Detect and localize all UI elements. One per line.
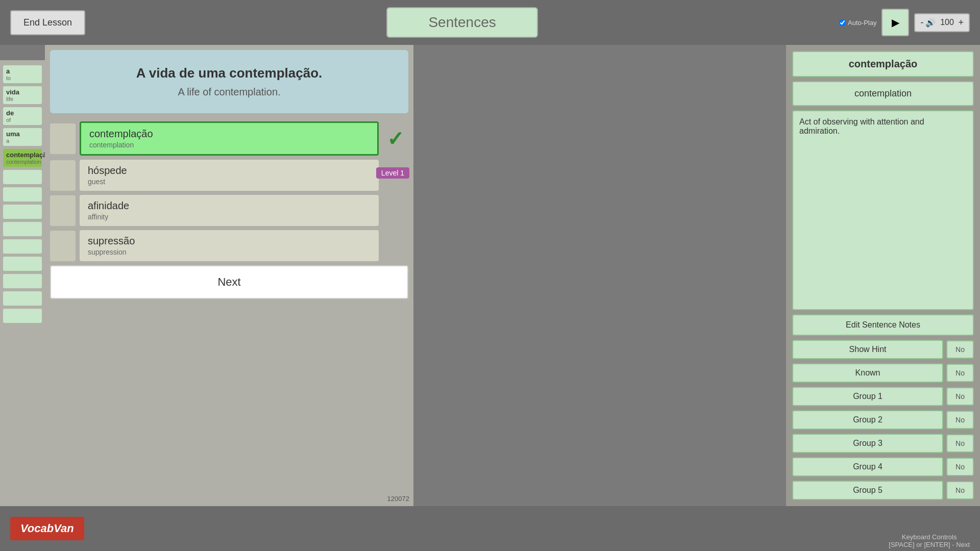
group3-button[interactable]: Group 3 [792, 434, 943, 453]
keyboard-controls-hint: [SPACE] or [ENTER] - Next [889, 541, 970, 548]
edit-sentence-button[interactable]: Edit Sentence Notes [792, 314, 974, 336]
answer-option[interactable]: supressãosuppression [80, 230, 379, 261]
keyboard-controls-label: Keyboard Controls [889, 533, 970, 541]
word-list-item[interactable]: vidalife [3, 86, 42, 104]
word-list-empty [3, 187, 42, 202]
group2-button[interactable]: Group 2 [792, 410, 943, 430]
level-badge: Level 1 [376, 167, 409, 179]
group4-row: Group 4 No [792, 457, 974, 477]
word-list-item[interactable]: deof [3, 107, 42, 125]
word-list-empty [3, 239, 42, 254]
answer-left-indicator [50, 195, 76, 226]
word-translation: contemplation [792, 81, 974, 106]
page-title: Sentences [386, 7, 537, 38]
autoplay-label: Auto-Play [848, 19, 876, 27]
show-hint-value: No [946, 340, 974, 359]
word-list-item[interactable]: umaa [3, 128, 42, 146]
sentence-display: A vida de uma contemplação. A life of co… [50, 50, 408, 113]
controls-area: Auto-Play ▶ - 🔊 100 + [839, 9, 970, 36]
bottom-bar: VocabVan Keyboard Controls [SPACE] or [E… [0, 506, 980, 551]
group1-button[interactable]: Group 1 [792, 387, 943, 406]
sentence-portuguese: A vida de uma contemplação. [60, 65, 398, 81]
word-list-item[interactable]: ato [3, 65, 42, 83]
answer-area: contemplaçãocontemplation✓hóspedeguestaf… [50, 121, 408, 261]
word-title: contemplação [792, 51, 974, 77]
answer-option[interactable]: hóspedeguest [80, 160, 379, 191]
right-panel: contemplação contemplation Act of observ… [786, 45, 980, 506]
volume-value: 100 [938, 18, 956, 27]
volume-minus-button[interactable]: - [920, 17, 923, 28]
known-row: Known No [792, 363, 974, 383]
play-icon: ▶ [892, 16, 899, 29]
word-list-empty [3, 309, 42, 323]
answer-option[interactable]: contemplaçãocontemplation [80, 121, 379, 156]
word-list-empty [3, 222, 42, 236]
word-list-empty [3, 257, 42, 271]
play-button[interactable]: ▶ [881, 9, 909, 36]
known-button[interactable]: Known [792, 363, 943, 383]
group5-button[interactable]: Group 5 [792, 481, 943, 500]
word-list-item[interactable]: contemplaçãocontemplation [3, 149, 42, 167]
autoplay-area: Auto-Play [839, 19, 876, 27]
word-list-empty [3, 170, 42, 184]
group1-value: No [946, 387, 974, 406]
word-list-empty [3, 205, 42, 219]
main-content: A vida de uma contemplação. A life of co… [45, 45, 413, 506]
word-list-empty [3, 274, 42, 288]
score-display: 120072 [387, 495, 409, 503]
answer-row: supressãosuppression [50, 230, 408, 261]
word-definition: Act of observing with attention and admi… [792, 110, 974, 310]
group2-row: Group 2 No [792, 410, 974, 430]
group4-value: No [946, 458, 974, 476]
group3-value: No [946, 434, 974, 453]
answer-option[interactable]: afinidadeaffinity [80, 195, 379, 226]
end-lesson-button[interactable]: End Lesson [10, 10, 85, 35]
volume-controls: - 🔊 100 + [914, 13, 970, 32]
answer-row: hóspedeguest [50, 160, 408, 191]
autoplay-checkbox[interactable] [839, 19, 846, 26]
group2-value: No [946, 411, 974, 429]
group5-value: No [946, 481, 974, 499]
volume-icon: 🔊 [925, 18, 936, 28]
group1-row: Group 1 No [792, 387, 974, 406]
volume-plus-button[interactable]: + [958, 17, 964, 28]
keyboard-controls: Keyboard Controls [SPACE] or [ENTER] - N… [889, 533, 970, 548]
answer-left-indicator [50, 123, 76, 154]
sentence-english: A life of contemplation. [60, 86, 398, 98]
answer-checkmark: ✓ [383, 123, 408, 154]
answer-left-indicator [50, 160, 76, 191]
answer-checkmark [383, 195, 408, 226]
show-hint-button[interactable]: Show Hint [792, 340, 943, 359]
group4-button[interactable]: Group 4 [792, 457, 943, 477]
group5-row: Group 5 No [792, 481, 974, 500]
answer-row: contemplaçãocontemplation✓ [50, 121, 408, 156]
known-value: No [946, 364, 974, 382]
group3-row: Group 3 No [792, 434, 974, 453]
show-hint-row: Show Hint No [792, 340, 974, 359]
answer-checkmark [383, 231, 408, 261]
word-list: atovidalifedeofumaacontemplaçãocontempla… [0, 60, 45, 506]
answer-row: afinidadeaffinity [50, 195, 408, 226]
answer-left-indicator [50, 231, 76, 261]
next-button[interactable]: Next [50, 265, 408, 299]
word-list-empty [3, 291, 42, 306]
top-bar: End Lesson Sentences Auto-Play ▶ - 🔊 100… [0, 0, 980, 45]
brand-logo: VocabVan [10, 517, 84, 540]
title-area: Sentences [95, 7, 829, 38]
